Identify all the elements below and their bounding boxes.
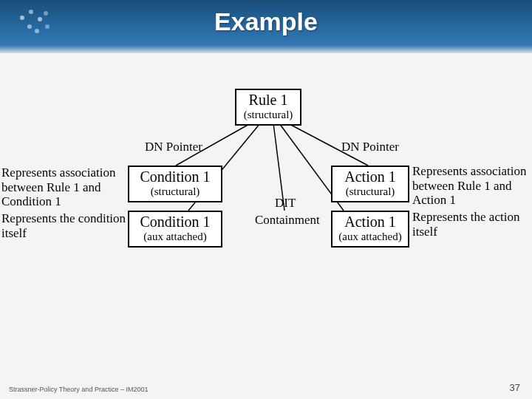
condition-aux-sub: (aux attached): [134, 231, 216, 243]
svg-point-4: [44, 11, 48, 16]
svg-point-1: [29, 10, 33, 14]
action-aux-name: Action 1: [337, 214, 403, 231]
containment-label: Containment: [255, 213, 320, 228]
svg-point-0: [20, 16, 24, 20]
condition-structural-name: Condition 1: [134, 168, 216, 185]
page-number: 37: [510, 382, 520, 393]
diagram-area: Rule 1 (structural) DN Pointer DN Pointe…: [0, 53, 532, 378]
rule-sub: (structural): [241, 109, 296, 121]
footer-text: Strassner-Policy Theory and Practice – I…: [9, 386, 148, 393]
action-aux-box: Action 1 (aux attached): [331, 211, 409, 248]
svg-point-3: [27, 24, 32, 29]
slide-title: Example: [0, 0, 532, 36]
condition-structural-box: Condition 1 (structural): [128, 166, 222, 202]
note-right-action: Represents the action itself: [412, 210, 531, 239]
action-structural-sub: (structural): [337, 185, 403, 198]
dn-pointer-left-label: DN Pointer: [145, 140, 202, 154]
svg-point-6: [45, 24, 50, 29]
condition-aux-box: Condition 1 (aux attached): [128, 211, 222, 248]
action-structural-name: Action 1: [337, 168, 403, 185]
dit-label: DIT: [275, 196, 296, 211]
action-structural-box: Action 1 (structural): [331, 166, 409, 202]
condition-structural-sub: (structural): [134, 185, 216, 198]
note-left-condition: Represents the condition itself: [1, 211, 127, 240]
note-right-assoc: Represents association between Rule 1 an…: [412, 164, 531, 208]
condition-aux-name: Condition 1: [134, 214, 216, 231]
slide-header: Example: [0, 0, 532, 53]
rule-name: Rule 1: [241, 92, 296, 109]
note-left-assoc: Represents association between Rule 1 an…: [1, 166, 127, 209]
header-ornament-icon: [15, 6, 53, 38]
rule-box: Rule 1 (structural): [235, 89, 301, 126]
svg-point-2: [38, 17, 42, 21]
dn-pointer-right-label: DN Pointer: [341, 140, 399, 154]
action-aux-sub: (aux attached): [337, 231, 403, 243]
svg-point-5: [35, 29, 39, 33]
